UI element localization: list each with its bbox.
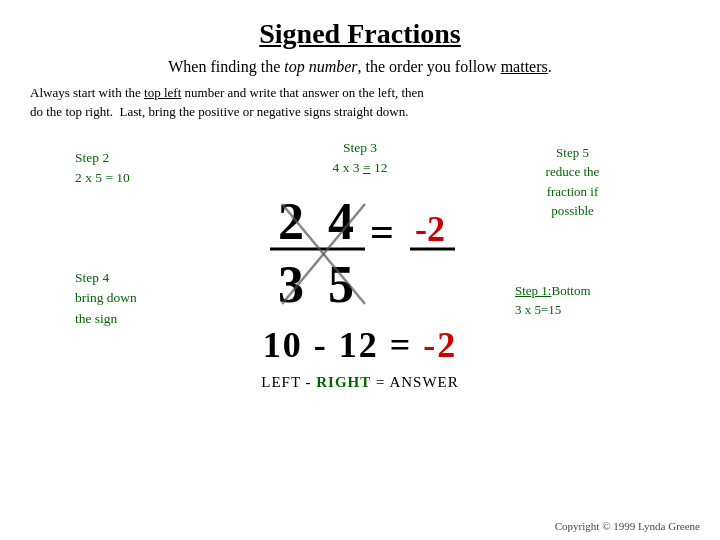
step3-line1: Step 3 (343, 140, 377, 155)
answer-left-label: LEFT - (261, 374, 316, 390)
eq-answer: -2 (423, 325, 457, 365)
copyright-text: Copyright © 1999 Lynda Greene (555, 520, 700, 532)
left-column: Step 2 2 x 5 = 10 Step 4 bring down the … (75, 138, 205, 329)
fraction-svg: 2 3 4 5 = -2 (260, 184, 460, 314)
step4-box: Step 4 bring down the sign (75, 268, 137, 329)
svg-text:=: = (370, 209, 394, 255)
step3-equation: 4 x 3 = 12 (333, 160, 388, 175)
subtitle-italic: top number (284, 58, 357, 75)
svg-text:2: 2 (278, 193, 304, 250)
step4-line3: the sign (75, 311, 117, 326)
step3-box: Step 3 4 x 3 = 12 (333, 138, 388, 179)
step2-box: Step 2 2 x 5 = 10 (75, 148, 130, 189)
step1-box: Step 1:Bottom 3 x 5=15 (515, 281, 591, 320)
svg-text:-2: -2 (415, 209, 445, 249)
eq-left: 10 (263, 325, 303, 365)
answer-rest: = ANSWER (371, 374, 458, 390)
subtitle-period: . (548, 58, 552, 75)
step1-line2: 3 x 5=15 (515, 302, 561, 317)
eq-right: 12 (339, 325, 379, 365)
step4-line1: Step 4 (75, 270, 109, 285)
eq-operator: - (314, 325, 339, 365)
answer-row: LEFT - RIGHT = ANSWER (261, 374, 459, 391)
bottom-equation: 10 - 12 = -2 (263, 324, 458, 366)
subtitle-before: When finding the (168, 58, 284, 75)
eq-equals: = (390, 325, 424, 365)
step5-line4: possible (551, 203, 594, 218)
copyright: Copyright © 1999 Lynda Greene (555, 520, 700, 532)
step5-box: Step 5 reduce the fraction if possible (515, 143, 630, 221)
instructions: Always start with the top left number an… (30, 84, 690, 122)
step4-line2: bring down (75, 290, 137, 305)
step5-line3: fraction if (547, 184, 599, 199)
page: Signed Fractions When finding the top nu… (0, 0, 720, 540)
step2-line2: 2 x 5 = 10 (75, 170, 130, 185)
fraction-visual: 2 3 4 5 = -2 (260, 184, 460, 314)
title-text: Signed Fractions (259, 18, 460, 49)
step5-line1: Step 5 (556, 145, 589, 160)
step1-line1: Step 1:Bottom (515, 283, 591, 298)
center-column: Step 3 4 x 3 = 12 2 3 4 5 (205, 138, 515, 392)
step2-line1: Step 2 (75, 150, 109, 165)
answer-right-label: RIGHT (316, 374, 371, 390)
subtitle: When finding the top number, the order y… (30, 58, 690, 76)
page-title: Signed Fractions (30, 18, 690, 50)
step5-line2: reduce the (546, 164, 600, 179)
subtitle-after: , the order you follow (358, 58, 501, 75)
content-area: Step 2 2 x 5 = 10 Step 4 bring down the … (30, 138, 690, 392)
subtitle-underline: matters (501, 58, 548, 75)
right-column: Step 5 reduce the fraction if possible S… (515, 138, 645, 320)
svg-text:3: 3 (278, 256, 304, 313)
